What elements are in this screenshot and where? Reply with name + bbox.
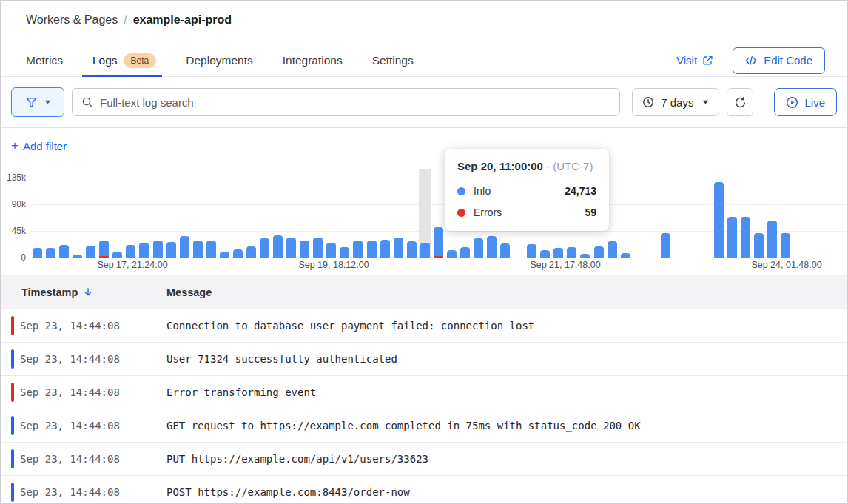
chart-bar[interactable] bbox=[233, 249, 243, 258]
chart-bar[interactable] bbox=[608, 241, 617, 258]
chart-bar[interactable] bbox=[394, 238, 403, 258]
chart-bar[interactable] bbox=[220, 252, 229, 258]
legend-dot-icon bbox=[457, 187, 465, 195]
tab-deployments[interactable]: Deployments bbox=[186, 44, 252, 76]
tab-logs[interactable]: LogsBeta bbox=[92, 44, 156, 76]
log-toolbar: 7 days Live bbox=[1, 77, 847, 128]
chart-bar[interactable] bbox=[273, 235, 283, 258]
chart-bar-info-segment bbox=[86, 246, 95, 258]
legend-label: Errors bbox=[474, 206, 502, 218]
log-row[interactable]: Sep 23, 14:44:08User 71324 successfully … bbox=[1, 343, 847, 376]
breadcrumb-section[interactable]: Workers & Pages bbox=[26, 13, 118, 27]
edit-code-button[interactable]: Edit Code bbox=[733, 47, 825, 74]
chart-bar[interactable] bbox=[407, 241, 417, 258]
chart-bar[interactable] bbox=[741, 217, 750, 258]
filter-menu-button[interactable] bbox=[11, 87, 64, 117]
log-row[interactable]: Sep 23, 14:44:08POST https://example.com… bbox=[1, 476, 847, 504]
message-column-header: Message bbox=[166, 286, 212, 298]
time-range-value: 7 days bbox=[661, 96, 693, 109]
chart-bar[interactable] bbox=[474, 238, 483, 258]
code-icon bbox=[745, 56, 757, 66]
chart-bar[interactable] bbox=[594, 246, 604, 258]
chart-bar-info-segment bbox=[33, 248, 42, 258]
chart-bar[interactable] bbox=[260, 238, 269, 258]
tabs: MetricsLogsBetaDeploymentsIntegrationsSe… bbox=[26, 44, 443, 76]
x-axis-tick: Sep 21, 17:48:00 bbox=[530, 260, 600, 270]
log-message: GET request to https://example.com compl… bbox=[166, 420, 641, 431]
external-link-icon bbox=[702, 55, 713, 66]
chart-bar[interactable] bbox=[180, 236, 189, 258]
log-row[interactable]: Sep 23, 14:44:08PUT https://example.com/… bbox=[1, 443, 847, 476]
workers-logs-page: Workers & Pages / example-api-prod Metri… bbox=[0, 0, 848, 504]
log-row[interactable]: Sep 23, 14:44:08Error transforming event bbox=[1, 376, 847, 409]
chart-bar[interactable] bbox=[367, 241, 377, 258]
chart-bar[interactable] bbox=[340, 247, 349, 258]
tab-label: Metrics bbox=[26, 54, 63, 67]
refresh-button[interactable] bbox=[727, 88, 753, 116]
chart-bar[interactable] bbox=[380, 240, 390, 258]
chart-bar[interactable] bbox=[460, 247, 470, 258]
edit-code-label: Edit Code bbox=[764, 54, 812, 67]
chart-bar[interactable] bbox=[553, 248, 563, 258]
chart-bar[interactable] bbox=[326, 243, 336, 258]
tooltip-legend: Info24,713Errors59 bbox=[457, 185, 596, 218]
chart-bar-info-segment bbox=[407, 241, 417, 258]
log-row[interactable]: Sep 23, 14:44:08Connection to database u… bbox=[1, 309, 847, 343]
chart-bar[interactable] bbox=[286, 238, 296, 258]
chart-bar[interactable] bbox=[580, 254, 590, 258]
tab-integrations[interactable]: Integrations bbox=[283, 44, 343, 76]
chart-bar[interactable] bbox=[139, 243, 149, 258]
tab-metrics[interactable]: Metrics bbox=[26, 44, 63, 76]
tab-settings[interactable]: Settings bbox=[372, 44, 414, 76]
chart-bar[interactable] bbox=[86, 246, 95, 258]
chart-bar[interactable] bbox=[434, 227, 443, 258]
chart-bar[interactable] bbox=[621, 253, 630, 258]
x-axis-tick: Sep 24, 01:48:00 bbox=[751, 260, 821, 270]
log-message: POST https://example.com:8443/order-now bbox=[166, 486, 410, 498]
chart-bar[interactable] bbox=[246, 246, 256, 258]
live-button[interactable]: Live bbox=[774, 88, 837, 116]
chart-bar[interactable] bbox=[661, 233, 670, 258]
add-filter-button[interactable]: + Add filter bbox=[11, 138, 67, 153]
chart-bar[interactable] bbox=[447, 250, 457, 258]
chart-bar[interactable] bbox=[754, 233, 764, 258]
chart-bar[interactable] bbox=[727, 217, 737, 258]
chart-bar-info-segment bbox=[394, 238, 403, 258]
chart-bar[interactable] bbox=[500, 243, 510, 258]
search-input[interactable] bbox=[100, 96, 610, 109]
timestamp-column-header[interactable]: Timestamp bbox=[1, 286, 166, 298]
chart-bar[interactable] bbox=[73, 255, 82, 258]
chart-bar[interactable] bbox=[99, 241, 109, 258]
chart-bar-info-segment bbox=[727, 217, 737, 258]
chart-bar[interactable] bbox=[166, 242, 176, 258]
tooltip-row-info: Info24,713 bbox=[457, 185, 596, 197]
chart-bar[interactable] bbox=[714, 182, 724, 258]
chart-bar[interactable] bbox=[767, 221, 777, 258]
header-actions: Visit Edit Code bbox=[676, 44, 825, 76]
chart-bar-info-segment bbox=[460, 247, 470, 258]
chart-bar[interactable] bbox=[567, 247, 576, 258]
x-axis-tick: Sep 19, 18:12:00 bbox=[298, 260, 369, 270]
page-header: Workers & Pages / example-api-prod Metri… bbox=[1, 1, 847, 77]
chart-bar[interactable] bbox=[59, 245, 69, 258]
chart-bar[interactable] bbox=[300, 241, 309, 258]
chart-bar[interactable] bbox=[126, 245, 135, 258]
chart-bar-info-segment bbox=[434, 227, 443, 256]
chart-bar[interactable] bbox=[206, 241, 216, 258]
chart-bar[interactable] bbox=[487, 236, 497, 258]
chart-bar[interactable] bbox=[313, 238, 323, 258]
log-row[interactable]: Sep 23, 14:44:08GET request to https://e… bbox=[1, 409, 847, 443]
chart-bar[interactable] bbox=[112, 252, 122, 258]
chart-bar[interactable] bbox=[540, 250, 550, 258]
chart-bar-error-segment bbox=[434, 256, 443, 258]
chart-bar[interactable] bbox=[193, 241, 203, 258]
chart-bar[interactable] bbox=[781, 233, 790, 258]
chart-bar[interactable] bbox=[33, 248, 42, 258]
time-range-select[interactable]: 7 days bbox=[632, 88, 719, 116]
chart-bar[interactable] bbox=[46, 248, 55, 258]
chart-bar[interactable] bbox=[527, 244, 536, 258]
chart-bar[interactable] bbox=[353, 241, 363, 258]
chart-bar[interactable] bbox=[420, 243, 430, 258]
visit-link[interactable]: Visit bbox=[676, 54, 713, 67]
chart-bar[interactable] bbox=[153, 241, 163, 258]
